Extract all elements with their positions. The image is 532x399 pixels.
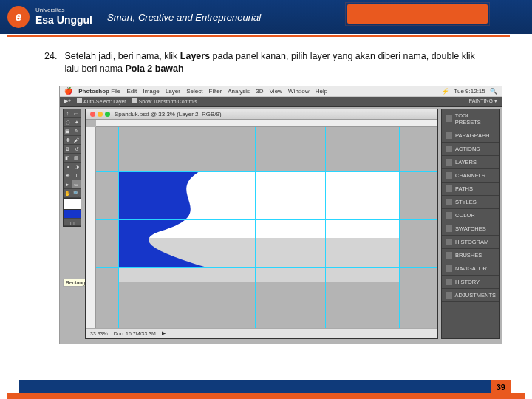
guide-vertical[interactable] xyxy=(255,127,256,328)
tool-wand[interactable]: ✦ xyxy=(72,118,81,127)
panel-brushes[interactable]: BRUSHES xyxy=(442,249,499,262)
panel-histogram[interactable]: HISTOGRAM xyxy=(442,236,499,249)
menu-file[interactable]: File xyxy=(111,88,120,95)
panel-icon xyxy=(446,199,452,205)
tool-crop[interactable]: ▣ xyxy=(64,127,72,136)
panel-label: SWATCHES xyxy=(455,225,486,232)
tool-marquee[interactable]: ▭ xyxy=(72,109,81,118)
panel-icon xyxy=(446,279,452,285)
apple-icon[interactable]: 🍎 xyxy=(64,87,72,95)
panel-layers[interactable]: LAYERS xyxy=(442,156,499,169)
panel-paths[interactable]: PATHS xyxy=(442,183,499,196)
panel-icon xyxy=(446,172,452,179)
panel-label: ADJUSTMENTS xyxy=(455,292,496,299)
zoom-icon[interactable] xyxy=(105,112,110,117)
panel-icon xyxy=(446,132,452,139)
panel-label: NAVIGATOR xyxy=(455,265,487,272)
tool-blur[interactable]: ∘ xyxy=(64,163,72,171)
panel-actions[interactable]: ACTIONS xyxy=(442,143,499,156)
footer-blue-bar xyxy=(19,380,497,393)
slide-footer: 39 xyxy=(0,380,532,399)
fg-color-swatch[interactable] xyxy=(64,198,81,210)
tool-stamp[interactable]: ⧉ xyxy=(64,145,72,154)
panel-channels[interactable]: CHANNELS xyxy=(442,169,499,183)
tool-lasso[interactable]: ◌ xyxy=(64,118,72,127)
guide-vertical[interactable] xyxy=(325,127,326,328)
menu-filter[interactable]: Filter xyxy=(209,88,222,95)
tool-pen[interactable]: ✒ xyxy=(64,171,72,180)
panel-label: CHANNELS xyxy=(455,172,485,179)
panel-icon xyxy=(446,239,452,245)
instruction-text: 24. Setelah jadi, beri nama, klik Layers… xyxy=(0,37,532,81)
close-icon[interactable] xyxy=(90,112,95,117)
tool-heal[interactable]: ✚ xyxy=(64,136,72,145)
logo-letter: e xyxy=(16,10,22,24)
guide-horizontal[interactable] xyxy=(96,171,437,172)
tool-gradient[interactable]: ▤ xyxy=(72,154,81,163)
panel-icon xyxy=(446,146,452,152)
menu-3d[interactable]: 3D xyxy=(256,88,263,95)
tool-move[interactable]: ↕ xyxy=(64,109,72,118)
photoshop-screenshot: 🍎 Photoshop File Edit Image Layer Select… xyxy=(59,86,502,344)
panel-label: LAYERS xyxy=(455,159,477,166)
app-name[interactable]: Photoshop xyxy=(78,88,109,95)
tool-dodge[interactable]: ◑ xyxy=(72,163,81,171)
brand-block: Universitas Esa Unggul xyxy=(35,8,92,27)
panel-icon xyxy=(446,265,452,272)
minimize-icon[interactable] xyxy=(98,112,103,117)
panel-styles[interactable]: STYLES xyxy=(442,196,499,209)
workspace-switcher[interactable]: PAINTING ▾ xyxy=(469,98,497,104)
tool-path-select[interactable]: ▸ xyxy=(64,180,72,189)
tool-rectangle[interactable]: ▭ xyxy=(72,180,81,189)
panel-color[interactable]: COLOR xyxy=(442,209,499,222)
document-titlebar[interactable]: Spanduk.psd @ 33.3% (Layer 2, RGB/8) xyxy=(86,109,437,120)
tool-eraser[interactable]: ◧ xyxy=(64,154,72,163)
panel-label: PATHS xyxy=(455,185,473,192)
panel-icon xyxy=(446,212,452,219)
guide-vertical[interactable] xyxy=(185,127,185,328)
panel-adjustments[interactable]: ADJUSTMENTS xyxy=(442,289,499,302)
tool-zoom[interactable]: 🔍 xyxy=(72,189,81,198)
spotlight-icon[interactable]: 🔍 xyxy=(490,88,497,95)
logo-circle: e xyxy=(7,6,30,28)
tool-type[interactable]: T xyxy=(72,171,81,180)
menu-analysis[interactable]: Analysis xyxy=(228,88,250,95)
status-arrow-icon[interactable]: ▶ xyxy=(162,330,166,336)
tool-eyedropper[interactable]: ✎ xyxy=(72,127,81,136)
menu-edit[interactable]: Edit xyxy=(126,88,137,95)
guide-horizontal[interactable] xyxy=(96,219,437,220)
guide-horizontal[interactable] xyxy=(96,267,437,268)
guide-vertical[interactable] xyxy=(118,127,119,328)
canvas-area[interactable] xyxy=(96,127,437,328)
panel-swatches[interactable]: SWATCHES xyxy=(442,222,499,236)
step-body: Setelah jadi, beri nama, klik Layers pad… xyxy=(64,50,478,75)
auto-select-label: Auto-Select: xyxy=(83,99,112,104)
ruler-horizontal[interactable] xyxy=(96,120,437,127)
zoom-readout[interactable]: 33.33% xyxy=(90,331,108,336)
step-number: 24. xyxy=(44,50,62,63)
menu-select[interactable]: Select xyxy=(186,88,202,95)
tool-brush[interactable]: 🖌 xyxy=(72,136,81,145)
auto-select-checkbox[interactable] xyxy=(77,98,82,103)
panel-tool-presets[interactable]: TOOL PRESETS xyxy=(442,109,499,129)
bg-color-swatch[interactable] xyxy=(64,210,81,219)
clock: Tue 9:12:15 xyxy=(454,88,485,95)
tool-history-brush[interactable]: ↺ xyxy=(72,145,81,154)
quickmask-toggle[interactable]: ◻ xyxy=(64,219,81,226)
show-transform-checkbox[interactable] xyxy=(132,98,137,103)
menu-layer[interactable]: Layer xyxy=(166,88,180,95)
brand-top: Universitas xyxy=(35,7,92,13)
menu-view[interactable]: View xyxy=(270,88,282,95)
ruler-vertical[interactable] xyxy=(86,127,96,328)
tool-hand[interactable]: ✋ xyxy=(64,189,72,198)
panel-paragraph[interactable]: PARAGRAPH xyxy=(442,129,499,143)
menu-window[interactable]: Window xyxy=(288,88,309,95)
menu-help[interactable]: Help xyxy=(316,88,327,95)
auto-select-value[interactable]: Layer xyxy=(113,99,126,104)
panel-navigator[interactable]: NAVIGATOR xyxy=(442,262,499,276)
menu-image[interactable]: Image xyxy=(143,88,159,95)
guide-vertical[interactable] xyxy=(399,127,400,328)
tagline: Smart, Creative and Entrepreneurial xyxy=(107,12,261,23)
panel-history[interactable]: HISTORY xyxy=(442,276,499,289)
step-bold-1: Layers xyxy=(180,51,210,61)
